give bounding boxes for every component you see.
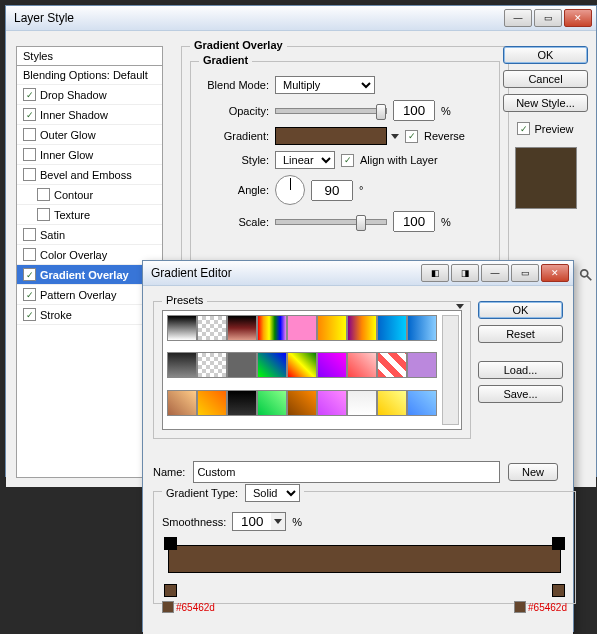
preset-swatch[interactable]	[197, 315, 227, 341]
layer-style-titlebar[interactable]: Layer Style — ▭ ✕	[6, 6, 596, 31]
preview-checkbox[interactable]	[517, 122, 530, 135]
gradient-swatch[interactable]	[275, 127, 387, 145]
scale-slider[interactable]	[275, 219, 387, 225]
preset-swatch[interactable]	[227, 352, 257, 378]
minimize-icon[interactable]: —	[504, 9, 532, 27]
preset-swatch[interactable]	[377, 315, 407, 341]
style-checkbox[interactable]	[23, 248, 36, 261]
preset-swatch[interactable]	[407, 352, 437, 378]
style-checkbox[interactable]	[23, 268, 36, 281]
cancel-button[interactable]: Cancel	[503, 70, 588, 88]
preset-swatch[interactable]	[257, 390, 287, 416]
preset-swatch[interactable]	[197, 390, 227, 416]
style-item-contour[interactable]: Contour	[17, 185, 162, 205]
magnifier-icon	[579, 268, 593, 282]
style-item-pattern-overlay[interactable]: Pattern Overlay	[17, 285, 162, 305]
color-stop-left[interactable]	[164, 584, 177, 597]
maximize-icon[interactable]: ▭	[534, 9, 562, 27]
minimize-icon[interactable]: —	[481, 264, 509, 282]
style-item-bevel-and-emboss[interactable]: Bevel and Emboss	[17, 165, 162, 185]
style-item-inner-glow[interactable]: Inner Glow	[17, 145, 162, 165]
scale-input[interactable]	[393, 211, 435, 232]
new-style-button[interactable]: New Style...	[503, 94, 588, 112]
gradient-bar[interactable]: #65462d #65462d	[162, 545, 567, 595]
close-icon[interactable]: ✕	[564, 9, 592, 27]
preset-swatch[interactable]	[257, 352, 287, 378]
color-stop-right-label: #65462d	[514, 601, 567, 613]
angle-label: Angle:	[199, 184, 269, 196]
style-item-satin[interactable]: Satin	[17, 225, 162, 245]
style-item-gradient-overlay[interactable]: Gradient Overlay	[17, 265, 162, 285]
dock-right-icon[interactable]: ◨	[451, 264, 479, 282]
style-item-texture[interactable]: Texture	[17, 205, 162, 225]
preset-swatch[interactable]	[347, 315, 377, 341]
style-checkbox[interactable]	[23, 108, 36, 121]
style-item-inner-shadow[interactable]: Inner Shadow	[17, 105, 162, 125]
style-item-stroke[interactable]: Stroke	[17, 305, 162, 325]
style-checkbox[interactable]	[23, 308, 36, 321]
preset-swatch[interactable]	[407, 390, 437, 416]
style-checkbox[interactable]	[23, 128, 36, 141]
gradient-dropdown-icon[interactable]	[391, 134, 399, 139]
preset-swatch[interactable]	[377, 352, 407, 378]
style-item-outer-glow[interactable]: Outer Glow	[17, 125, 162, 145]
preset-swatch[interactable]	[287, 390, 317, 416]
reverse-checkbox[interactable]	[405, 130, 418, 143]
preset-swatch[interactable]	[407, 315, 437, 341]
style-checkbox[interactable]	[23, 148, 36, 161]
opacity-stop-right[interactable]	[552, 537, 565, 550]
style-item-drop-shadow[interactable]: Drop Shadow	[17, 85, 162, 105]
preset-swatch[interactable]	[287, 352, 317, 378]
opacity-slider[interactable]	[275, 108, 387, 114]
preset-swatch[interactable]	[227, 315, 257, 341]
presets-scrollbar[interactable]	[442, 315, 459, 425]
ge-reset-button[interactable]: Reset	[478, 325, 563, 343]
style-select[interactable]: Linear	[275, 151, 335, 169]
preset-swatch[interactable]	[317, 352, 347, 378]
gradient-type-select[interactable]: Solid	[245, 484, 300, 502]
style-item-color-overlay[interactable]: Color Overlay	[17, 245, 162, 265]
style-checkbox[interactable]	[23, 228, 36, 241]
preset-swatch[interactable]	[257, 315, 287, 341]
smoothness-input[interactable]	[233, 513, 271, 530]
gradient-editor-window: Gradient Editor ◧ ◨ — ▭ ✕ Presets OK Res…	[142, 260, 574, 632]
new-gradient-button[interactable]: New	[508, 463, 558, 481]
opacity-stop-left[interactable]	[164, 537, 177, 550]
style-checkbox[interactable]	[23, 168, 36, 181]
angle-dial[interactable]	[275, 175, 305, 205]
preset-swatch[interactable]	[167, 352, 197, 378]
dock-left-icon[interactable]: ◧	[421, 264, 449, 282]
style-checkbox[interactable]	[37, 208, 50, 221]
preset-swatch[interactable]	[317, 315, 347, 341]
style-checkbox[interactable]	[37, 188, 50, 201]
name-input[interactable]	[193, 461, 500, 483]
ok-button[interactable]: OK	[503, 46, 588, 64]
style-checkbox[interactable]	[23, 288, 36, 301]
close-icon[interactable]: ✕	[541, 264, 569, 282]
ge-ok-button[interactable]: OK	[478, 301, 563, 319]
color-stop-right[interactable]	[552, 584, 565, 597]
blending-options-item[interactable]: Blending Options: Default	[17, 66, 162, 85]
angle-input[interactable]	[311, 180, 353, 201]
smoothness-dropdown-icon[interactable]	[274, 519, 282, 524]
preset-swatch[interactable]	[317, 390, 347, 416]
ge-save-button[interactable]: Save...	[478, 385, 563, 403]
align-checkbox[interactable]	[341, 154, 354, 167]
styles-header[interactable]: Styles	[17, 47, 162, 66]
style-checkbox[interactable]	[23, 88, 36, 101]
preset-swatch[interactable]	[347, 390, 377, 416]
preset-swatch[interactable]	[197, 352, 227, 378]
preset-swatch[interactable]	[377, 390, 407, 416]
blend-mode-select[interactable]: Multiply	[275, 76, 375, 94]
scale-label: Scale:	[199, 216, 269, 228]
preset-swatch[interactable]	[227, 390, 257, 416]
maximize-icon[interactable]: ▭	[511, 264, 539, 282]
preset-swatch[interactable]	[167, 315, 197, 341]
opacity-input[interactable]	[393, 100, 435, 121]
gradient-editor-titlebar[interactable]: Gradient Editor ◧ ◨ — ▭ ✕	[143, 261, 573, 286]
preset-swatch[interactable]	[167, 390, 197, 416]
preset-swatch[interactable]	[287, 315, 317, 341]
presets-menu-icon[interactable]	[456, 304, 464, 309]
ge-load-button[interactable]: Load...	[478, 361, 563, 379]
preset-swatch[interactable]	[347, 352, 377, 378]
